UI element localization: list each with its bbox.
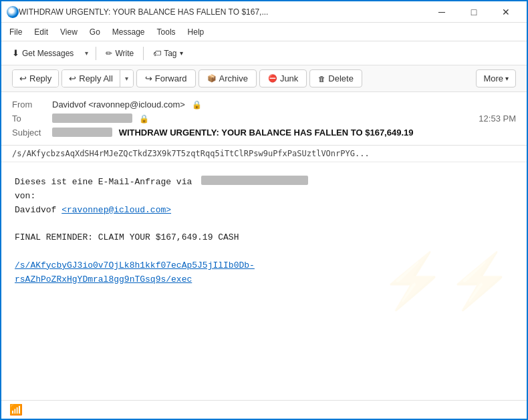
toolbar-separator-2 (143, 47, 144, 60)
email-header: From Davidvof <ravonnep@icloud.com> 🔒 To… (1, 92, 527, 146)
email-link-2[interactable]: /s/AKfycbyGJ3io0v7OjLk8h1kkf07ecAp5J5jIl… (15, 260, 255, 284)
reply-all-dropdown[interactable]: ▾ (120, 70, 133, 87)
get-messages-dropdown[interactable]: ▾ (82, 47, 92, 59)
action-toolbar: ↩ Reply ↩ Reply All ▾ ↪ Forward 📦 Archiv… (1, 65, 527, 92)
more-dropdown-arrow: ▾ (505, 75, 509, 82)
to-row: To 🔒 12:53 PM (12, 112, 516, 126)
reply-all-button[interactable]: ↩ Reply All (62, 70, 120, 87)
from-value: Davidvof <ravonnep@icloud.com> 🔒 (52, 99, 516, 110)
body-line1: Dieses ist eine E-Mail-Anfrage via (15, 176, 513, 190)
subject-value: WITHDRAW URGENTLY: YOUR BALANCE HAS FALL… (52, 128, 414, 138)
email-body[interactable]: ⚡⚡ Dieses ist eine E-Mail-Anfrage via vo… (1, 162, 527, 400)
toolbar-separator-1 (96, 47, 96, 60)
archive-icon: 📦 (207, 74, 217, 83)
window-title: WITHDRAW URGENTLY: YOUR BALANCE HAS FALL… (19, 7, 426, 17)
reply-all-split-button: ↩ Reply All ▾ (61, 69, 134, 87)
status-bar: 📶 (1, 400, 527, 419)
email-window: WITHDRAW URGENTLY: YOUR BALANCE HAS FALL… (0, 0, 528, 420)
menu-view[interactable]: View (55, 25, 83, 39)
wifi-icon: 📶 (9, 403, 23, 416)
menu-help[interactable]: Help (182, 25, 210, 39)
menu-bar: File Edit View Go Message Tools Help (1, 23, 527, 41)
body-reminder: FINAL REMINDER: CLAIM YOUR $167,649.19 C… (15, 231, 513, 245)
from-name: Davidvof <ravonnep@icloud.com> (52, 99, 185, 110)
subject-row: Subject WITHDRAW URGENTLY: YOUR BALANCE … (12, 126, 516, 140)
junk-button[interactable]: ⛔ Junk (259, 69, 307, 87)
maximize-button[interactable]: □ (458, 1, 489, 23)
menu-tools[interactable]: Tools (152, 25, 181, 39)
tag-icon: 🏷 (153, 49, 161, 58)
body-blurred-1 (201, 176, 308, 185)
get-messages-button[interactable]: ⬇ Get Messages (7, 45, 79, 61)
to-value: 🔒 (52, 114, 479, 124)
forward-button[interactable]: ↪ Forward (136, 69, 196, 87)
body-davidvof: Davidvof <ravonnep@icloud.com> (15, 204, 513, 218)
email-body-content: Dieses ist eine E-Mail-Anfrage via von: … (15, 176, 513, 286)
email-time: 12:53 PM (479, 114, 516, 124)
to-label: To (12, 114, 52, 124)
forward-icon: ↪ (145, 73, 152, 83)
main-toolbar: ⬇ Get Messages ▾ ✏ Write 🏷 Tag ▾ (1, 41, 527, 65)
to-address-blurred (52, 114, 132, 123)
body-von: von: (15, 190, 513, 204)
write-button[interactable]: ✏ Write (100, 46, 139, 61)
from-row: From Davidvof <ravonnep@icloud.com> 🔒 (12, 97, 516, 112)
subject-label: Subject (12, 128, 52, 138)
tag-dropdown-arrow: ▾ (180, 49, 183, 57)
subject-main-text: WITHDRAW URGENTLY: YOUR BALANCE HAS FALL… (119, 128, 414, 138)
subject-prefix-blurred (52, 128, 112, 137)
from-security-icon: 🔒 (192, 100, 202, 110)
reply-split-button: ↩ Reply (12, 69, 59, 87)
app-icon (7, 6, 19, 18)
window-controls: ─ □ ✕ (426, 1, 521, 23)
reply-button[interactable]: ↩ Reply (13, 70, 58, 87)
menu-go[interactable]: Go (84, 25, 106, 39)
write-icon: ✏ (106, 49, 112, 58)
delete-button[interactable]: 🗑 Delete (309, 69, 362, 87)
tag-button[interactable]: 🏷 Tag ▾ (148, 46, 188, 61)
archive-button[interactable]: 📦 Archive (199, 69, 257, 87)
get-messages-icon: ⬇ (12, 48, 19, 58)
menu-edit[interactable]: Edit (29, 25, 53, 39)
delete-icon: 🗑 (318, 75, 325, 83)
reply-all-icon: ↩ (69, 73, 76, 83)
menu-file[interactable]: File (4, 25, 27, 39)
more-button[interactable]: More ▾ (476, 69, 516, 87)
title-bar: WITHDRAW URGENTLY: YOUR BALANCE HAS FALL… (1, 1, 527, 23)
junk-icon: ⛔ (268, 74, 277, 83)
close-button[interactable]: ✕ (491, 1, 521, 23)
reply-icon: ↩ (19, 73, 27, 83)
minimize-button[interactable]: ─ (426, 1, 457, 23)
email-link-1[interactable]: <ravonnep@icloud.com> (61, 205, 171, 215)
url-bar: /s/AKfycbzsAqXdSH4rMJeZQcTkdZ3X9k7T5zqtR… (1, 146, 527, 162)
to-security-icon: 🔒 (139, 114, 149, 124)
menu-message[interactable]: Message (107, 25, 150, 39)
from-label: From (12, 99, 52, 110)
